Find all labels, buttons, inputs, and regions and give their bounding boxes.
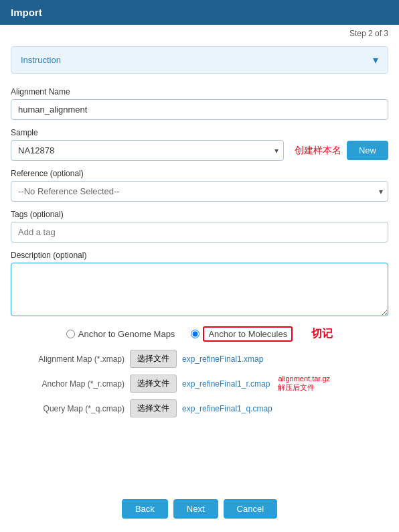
sample-select[interactable]: NA12878 xyxy=(11,140,284,161)
reference-select-wrap: --No Reference Selected-- ▾ xyxy=(11,181,388,202)
alignment-map-label: Alignment Map (*.xmap) xyxy=(11,354,125,364)
sample-chinese-note: 创建样本名 xyxy=(295,145,341,157)
query-map-choose-button[interactable]: 选择文件 xyxy=(130,399,177,417)
description-group: Description (optional) xyxy=(11,251,388,318)
next-button[interactable]: Next xyxy=(173,499,218,519)
query-map-row: Query Map (*_q.cmap) 选择文件 exp_refineFina… xyxy=(11,399,388,417)
tags-label: Tags (optional) xyxy=(11,210,388,219)
title-bar: Import xyxy=(0,0,399,25)
sample-label: Sample xyxy=(11,128,388,137)
anchor-genome-label: Anchor to Genome Maps xyxy=(78,329,175,339)
anchor-molecules-radio[interactable] xyxy=(191,330,200,338)
instruction-bar[interactable]: Instruction ▾ xyxy=(11,46,388,74)
anchor-genome-option[interactable]: Anchor to Genome Maps xyxy=(66,329,175,339)
anchor-chinese-note: 切记 xyxy=(311,327,333,341)
description-label: Description (optional) xyxy=(11,251,388,260)
alignment-name-label: Alignment Name xyxy=(11,87,388,96)
query-map-label: Query Map (*_q.cmap) xyxy=(11,404,125,413)
sample-group: Sample NA12878 ▾ 创建样本名 New xyxy=(11,128,388,161)
sample-select-wrap: NA12878 ▾ xyxy=(11,140,284,161)
description-textarea[interactable] xyxy=(11,263,388,316)
tags-group: Tags (optional) xyxy=(11,210,388,243)
reference-group: Reference (optional) --No Reference Sele… xyxy=(11,169,388,202)
alignment-map-choose-button[interactable]: 选择文件 xyxy=(130,350,177,368)
query-map-filename: exp_refineFinal1_q.cmap xyxy=(182,404,272,413)
import-window: Import Step 2 of 3 Instruction ▾ Alignme… xyxy=(0,0,399,532)
anchor-molecules-option[interactable]: Anchor to Molecules xyxy=(191,326,293,342)
back-button[interactable]: Back xyxy=(122,499,168,519)
anchor-map-filename: exp_refineFinal1_r.cmap xyxy=(182,379,270,389)
instruction-label: Instruction xyxy=(21,55,61,65)
alignment-name-group: Alignment Name xyxy=(11,87,388,120)
bottom-buttons: Back Next Cancel xyxy=(0,490,399,532)
anchor-row: Anchor to Genome Maps Anchor to Molecule… xyxy=(11,326,388,342)
anchor-molecules-label: Anchor to Molecules xyxy=(203,326,293,342)
form-area: Alignment Name Sample NA12878 ▾ 创建样本名 Ne… xyxy=(0,80,399,490)
new-button[interactable]: New xyxy=(347,141,388,160)
anchor-map-note: alignment.tar.gz解压后文件 xyxy=(278,375,330,393)
sample-row: NA12878 ▾ 创建样本名 New xyxy=(11,140,388,161)
anchor-map-choose-button[interactable]: 选择文件 xyxy=(130,375,177,393)
tags-input[interactable] xyxy=(11,222,388,243)
chevron-down-icon: ▾ xyxy=(373,54,378,66)
step-indicator: Step 2 of 3 xyxy=(0,25,399,42)
window-title: Import xyxy=(11,7,42,18)
alignment-map-filename: exp_refineFinal1.xmap xyxy=(182,354,263,364)
alignment-name-input[interactable] xyxy=(11,99,388,120)
anchor-map-row: Anchor Map (*_r.cmap) 选择文件 exp_refineFin… xyxy=(11,375,388,393)
reference-select[interactable]: --No Reference Selected-- xyxy=(11,181,388,202)
anchor-genome-radio[interactable] xyxy=(66,330,75,338)
reference-label: Reference (optional) xyxy=(11,169,388,178)
cancel-button[interactable]: Cancel xyxy=(224,499,277,519)
anchor-map-label: Anchor Map (*_r.cmap) xyxy=(11,379,125,389)
alignment-map-row: Alignment Map (*.xmap) 选择文件 exp_refineFi… xyxy=(11,350,388,368)
